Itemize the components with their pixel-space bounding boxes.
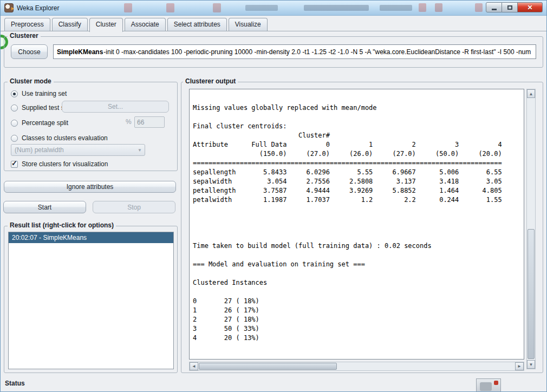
checkbox-icon: ✓	[11, 161, 18, 168]
scroll-left-button[interactable]: ◄	[190, 362, 198, 370]
tab-preprocess[interactable]: Preprocess	[4, 18, 50, 31]
tab-select-attributes[interactable]: Select attributes	[167, 18, 227, 31]
radio-icon	[11, 90, 18, 97]
radio-label: Use training set	[22, 90, 67, 97]
check-icon: ✓	[11, 159, 17, 167]
clusterer-group-title: Clusterer	[8, 32, 41, 40]
tab-bar: Preprocess Classify Cluster Associate Se…	[4, 18, 268, 31]
maximize-icon	[507, 5, 512, 10]
titlebar-artifact	[166, 3, 174, 12]
titlebar[interactable]: Weka Explorer ✕	[1, 1, 546, 16]
window-title: Weka Explorer	[17, 4, 59, 12]
titlebar-artifact	[380, 5, 412, 11]
store-clusters-checkbox[interactable]: ✓ Store clusters for visualization	[11, 159, 108, 169]
cluster-mode-group-title: Cluster mode	[8, 77, 54, 85]
ignore-attributes-button[interactable]: Ignore attributes	[4, 181, 176, 193]
titlebar-artifact	[213, 3, 221, 12]
set-button[interactable]: Set...	[62, 101, 169, 113]
scheme-name: SimpleKMeans	[57, 48, 103, 56]
tab-cluster[interactable]: Cluster	[89, 18, 123, 32]
radio-classes-to-clusters[interactable]: Classes to clusters evaluation	[11, 133, 108, 143]
scheme-params: -init 0 -max-candidates 100 -periodic-pr…	[103, 48, 531, 56]
titlebar-artifact	[435, 3, 442, 12]
percent-label: %	[126, 118, 132, 126]
weka-bird-image	[476, 378, 501, 392]
close-button[interactable]: ✕	[518, 2, 543, 12]
radio-icon	[11, 135, 18, 142]
result-list-panel: Result list (right-click for options) 20…	[4, 226, 178, 373]
radio-use-training-set[interactable]: Use training set	[11, 89, 67, 99]
maximize-button[interactable]	[502, 2, 518, 12]
minimize-button[interactable]	[486, 2, 502, 12]
titlebar-artifact	[419, 3, 426, 12]
vertical-scrollbar-thumb[interactable]	[528, 229, 535, 359]
result-list-item[interactable]: 20:02:07 - SimpleKMeans	[9, 232, 173, 243]
close-icon: ✕	[527, 4, 532, 11]
clusterer-output-panel: Clusterer output Missing values globally…	[181, 82, 543, 373]
bird-shape	[480, 382, 492, 391]
scroll-down-button[interactable]: ▼	[527, 360, 535, 369]
percent-input[interactable]	[134, 116, 165, 128]
horizontal-scrollbar[interactable]: ◄ ►	[189, 362, 524, 371]
chevron-down-icon: ▼	[135, 148, 145, 153]
checkbox-label: Store clusters for visualization	[22, 160, 108, 168]
radio-label: Classes to clusters evaluation	[22, 134, 108, 142]
weka-explorer-window: Weka Explorer ✕ Preprocess Classify Clus…	[0, 0, 547, 392]
scroll-right-icon: ►	[517, 364, 522, 369]
scroll-up-button[interactable]: ▲	[527, 89, 535, 98]
minimize-icon	[492, 9, 497, 10]
red-marker-icon	[494, 381, 498, 385]
titlebar-artifact	[304, 5, 369, 11]
choose-button[interactable]: Choose	[11, 44, 48, 59]
radio-supplied-test-set[interactable]: Supplied test set	[11, 103, 70, 113]
output-group-title: Clusterer output	[183, 77, 238, 85]
vertical-scrollbar[interactable]: ▲ ▼	[526, 89, 536, 369]
status-label: Status	[5, 380, 25, 387]
start-button[interactable]: Start	[3, 201, 86, 213]
result-list[interactable]: 20:02:07 - SimpleKMeans	[8, 232, 174, 369]
titlebar-artifact	[245, 5, 278, 11]
tab-visualize[interactable]: Visualize	[229, 18, 268, 31]
output-text: Missing values globally replaced with me…	[190, 89, 524, 347]
scroll-left-icon: ◄	[192, 364, 196, 369]
class-attribute-dropdown[interactable]: (Num) petalwidth ▼	[11, 144, 145, 156]
result-list-group-title: Result list (right-click for options)	[8, 221, 116, 229]
clusterer-scheme-field[interactable]: SimpleKMeans -init 0 -max-candidates 100…	[53, 44, 536, 59]
scroll-down-icon: ▼	[529, 362, 533, 367]
horizontal-scrollbar-thumb[interactable]	[199, 363, 337, 370]
scroll-up-icon: ▲	[529, 92, 533, 96]
cluster-mode-panel: Cluster mode Use training set Supplied t…	[4, 82, 178, 171]
clusterer-output-text[interactable]: Missing values globally replaced with me…	[189, 89, 524, 360]
weka-app-icon	[4, 3, 14, 12]
dropdown-selected-value: (Num) petalwidth	[15, 146, 64, 154]
tab-associate[interactable]: Associate	[125, 18, 166, 31]
titlebar-artifact	[124, 3, 132, 12]
radio-icon	[11, 104, 18, 112]
radio-label: Percentage split	[22, 119, 68, 127]
window-controls: ✕	[486, 2, 543, 12]
tab-classify[interactable]: Classify	[52, 18, 88, 31]
clusterer-panel: Clusterer Choose SimpleKMeans -init 0 -m…	[4, 36, 543, 68]
titlebar-artifact	[475, 3, 483, 12]
radio-percentage-split[interactable]: Percentage split	[11, 118, 68, 128]
stop-button[interactable]: Stop	[93, 201, 175, 213]
scroll-right-button[interactable]: ►	[515, 362, 524, 370]
radio-icon	[11, 120, 18, 127]
